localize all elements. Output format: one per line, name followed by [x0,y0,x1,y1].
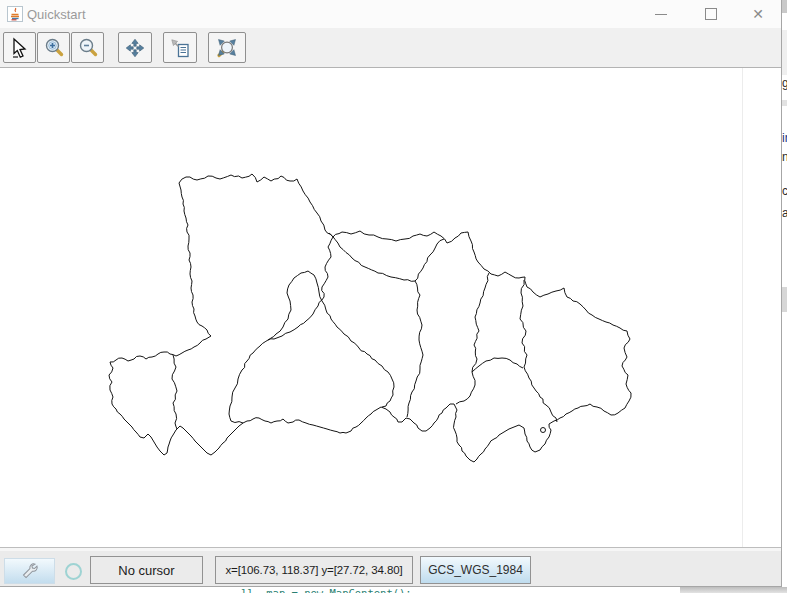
canvas-divider [742,68,743,547]
crs-button[interactable]: GCS_WGS_1984 [420,556,531,584]
reset-tool-button[interactable] [208,32,246,63]
zoom-out-icon [76,36,100,60]
toolbar [0,28,781,68]
background-right-sliver: g in n c a [782,0,787,593]
quickstart-window: Quickstart ✕ [0,0,782,587]
background-code-fragment: ll, map = new MapContent(); [241,587,412,593]
maximize-icon [705,8,717,20]
background-text-fragment: n [782,150,787,166]
background-bottom-sliver: ll, map = new MapContent(); [0,587,787,593]
background-text-fragment: in [782,131,787,147]
province-map [0,68,781,547]
info-tool-button[interactable] [163,32,197,63]
map-canvas[interactable] [0,68,781,547]
cursor-status-box: No cursor [90,556,203,584]
zoom-out-tool-button[interactable] [71,32,104,63]
status-bar: No cursor x=[106.73, 118.37] y=[27.72, 3… [0,547,781,586]
background-text-fragment: c [782,184,787,200]
background-text-fragment: a [782,206,787,222]
zoom-in-tool-button[interactable] [37,32,70,63]
info-pointer-icon [168,36,192,60]
pan-tool-button[interactable] [118,32,152,63]
pan-arrows-icon [123,36,147,60]
background-block [782,30,787,75]
cursor-arrow-icon [8,36,32,60]
minimize-button[interactable] [644,0,678,28]
background-divider [782,100,787,106]
map-extent-box: x=[106.73, 118.37] y=[27.72, 34.80] [215,556,413,584]
maximize-button[interactable] [694,0,728,28]
map-tools-button[interactable] [4,558,55,584]
reset-extent-icon [214,36,240,60]
window-shadow [680,587,787,593]
java-coffee-icon [7,6,23,22]
background-scrollbar [782,0,787,13]
cursor-tool-button[interactable] [3,32,36,63]
title-bar[interactable]: Quickstart ✕ [0,0,781,28]
minimize-icon [655,14,667,15]
background-block [782,287,787,312]
busy-indicator-icon [65,563,82,580]
zoom-in-icon [42,36,66,60]
close-button[interactable]: ✕ [741,0,775,28]
window-title: Quickstart [27,7,86,22]
background-text-fragment: g [782,76,787,92]
wrench-icon [19,560,41,582]
close-icon: ✕ [752,7,764,21]
